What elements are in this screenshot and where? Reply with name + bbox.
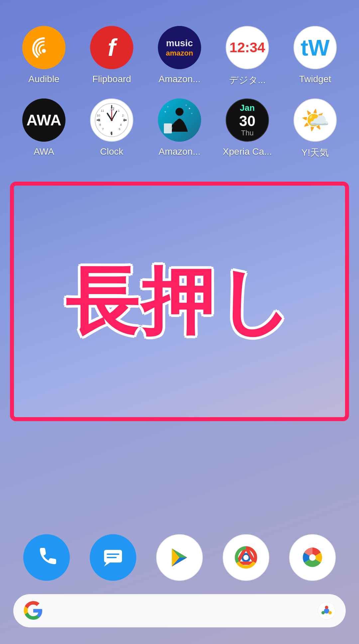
digital-time-value: 12:34 (229, 41, 265, 55)
photos-icon-svg (299, 544, 326, 571)
y-weather-icon: 🌤️ (294, 98, 337, 142)
svg-text:5: 5 (119, 127, 120, 131)
app-amazon-kindle[interactable]: Amazon... (146, 92, 213, 165)
audible-label: Audible (28, 74, 59, 84)
xperia-cal-display: Jan 30 Thu (239, 102, 256, 138)
svg-point-25 (186, 105, 187, 106)
app-awa[interactable]: AWA AWA (10, 92, 78, 165)
awa-icon: AWA (22, 98, 65, 142)
svg-text:4: 4 (120, 123, 122, 126)
app-digital-clock[interactable]: 12:34 デジタ... (213, 20, 281, 92)
svg-text:3: 3 (123, 118, 125, 122)
audible-logo-svg (31, 34, 57, 61)
xperia-cal-icon: Jan 30 Thu (226, 98, 269, 142)
flipboard-logo: f (108, 34, 116, 61)
app-amazon-music[interactable]: music amazon Amazon... (146, 20, 213, 92)
chrome-icon-svg (234, 546, 258, 569)
dock-chrome[interactable] (223, 534, 269, 581)
app-flipboard[interactable]: f Flipboard (78, 20, 146, 92)
long-press-widget[interactable]: 長押し (10, 182, 349, 421)
svg-text:10: 10 (97, 114, 100, 117)
app-grid-row1: Audible f Flipboard music amazon Amazon.… (0, 0, 359, 175)
app-twidget[interactable]: tW Twidget (281, 20, 349, 92)
svg-point-46 (325, 606, 328, 609)
svg-text:8: 8 (99, 123, 101, 126)
widget-label: 長押し (65, 261, 294, 342)
svg-text:6: 6 (110, 131, 112, 135)
svg-point-43 (309, 554, 316, 561)
google-assistant-icon[interactable] (317, 602, 336, 620)
digital-clock-icon: 12:34 (226, 26, 269, 69)
svg-point-0 (42, 49, 46, 53)
svg-text:11: 11 (101, 109, 104, 112)
svg-text:7: 7 (102, 127, 104, 131)
svg-point-42 (243, 555, 249, 560)
svg-point-28 (165, 111, 166, 112)
svg-text:2: 2 (122, 114, 124, 117)
amazon-music-icon: music amazon (158, 26, 201, 69)
svg-rect-29 (104, 550, 122, 563)
clock-icon: 12 6 9 3 1 2 11 10 8 7 4 5 (90, 98, 133, 142)
twidget-label: Twidget (299, 74, 331, 84)
svg-text:1: 1 (118, 109, 120, 112)
digital-clock-label: デジタ... (229, 74, 266, 86)
play-store-icon-svg (168, 546, 191, 569)
amazon-kindle-icon (158, 98, 201, 142)
clock-label: Clock (100, 146, 123, 157)
xperia-cal-label: Xperia Ca... (223, 146, 272, 157)
svg-point-47 (328, 611, 332, 614)
amazon-music-logo: music amazon (166, 38, 193, 58)
svg-point-48 (321, 611, 325, 614)
twidget-logo: tW (301, 35, 330, 61)
app-y-weather[interactable]: 🌤️ Y!天気 (281, 92, 349, 165)
svg-point-24 (189, 108, 190, 109)
amazon-kindle-label: Amazon... (159, 146, 200, 157)
dock (0, 528, 359, 594)
svg-point-22 (176, 108, 183, 116)
weather-sun-emoji: 🌤️ (301, 106, 330, 134)
audible-icon (22, 26, 65, 69)
svg-point-26 (191, 113, 192, 114)
awa-logo: AWA (27, 111, 61, 129)
google-search-bar[interactable] (13, 594, 346, 627)
dock-messages[interactable] (90, 534, 136, 581)
svg-text:12: 12 (110, 107, 114, 111)
clock-face: 12 6 9 3 1 2 11 10 8 7 4 5 (93, 102, 130, 138)
dock-play-store[interactable] (156, 534, 203, 581)
svg-text:9: 9 (98, 118, 100, 122)
twidget-icon: tW (294, 26, 337, 69)
awa-label: AWA (34, 146, 54, 157)
messages-icon-svg (101, 546, 125, 569)
google-g-logo (23, 601, 43, 621)
app-xperia-calendar[interactable]: Jan 30 Thu Xperia Ca... (213, 92, 281, 165)
svg-point-21 (111, 119, 113, 121)
app-clock[interactable]: 12 6 9 3 1 2 11 10 8 7 4 5 (78, 92, 146, 165)
dock-photos[interactable] (289, 534, 336, 581)
svg-marker-30 (104, 563, 110, 566)
dock-phone[interactable] (23, 534, 70, 581)
phone-icon-svg (35, 546, 58, 569)
flipboard-icon: f (90, 26, 133, 69)
amazon-music-label: Amazon... (159, 74, 200, 84)
kindle-svg (161, 102, 198, 138)
svg-rect-23 (164, 123, 172, 133)
home-screen: Audible f Flipboard music amazon Amazon.… (0, 0, 359, 644)
search-bar-container (0, 594, 359, 644)
flipboard-label: Flipboard (92, 74, 131, 84)
widget-area: 長押し (10, 182, 349, 521)
svg-point-27 (168, 106, 169, 107)
app-audible[interactable]: Audible (10, 20, 78, 92)
y-weather-label: Y!天気 (301, 146, 329, 159)
digital-clock-display: 12:34 (229, 41, 265, 55)
